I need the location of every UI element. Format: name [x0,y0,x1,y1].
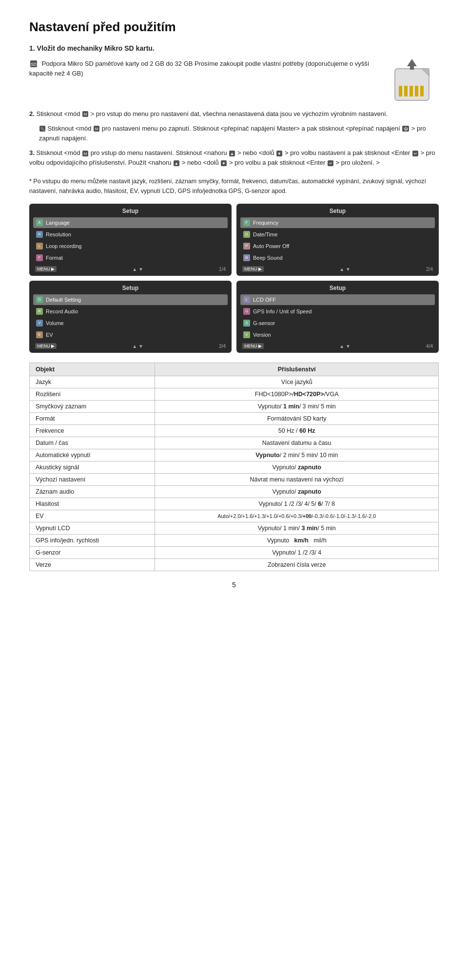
detail-vypnuti-lcd: Vypnuto/ 1 min/ 3 min/ 5 min [155,522,439,535]
table-row: Automatické vypnutí Vypnuto/ 2 min/ 5 mi… [30,449,439,461]
obj-ev: EV [30,510,155,522]
ev-icon: E [36,331,43,338]
obj-format: Formát [30,413,155,425]
table-row: Záznam audio Vypnuto/ zapnuto [30,486,439,498]
table-row: Verze Zobrazení čísla verze [30,559,439,571]
beep-icon: B [243,254,250,261]
screen4-nav-menu: MENU ▶ [242,343,264,349]
page-title: Nastavení před použitím [29,19,439,35]
sd-support-text: SD Podpora Mikro SD paměťové karty od 2 … [29,59,439,78]
step2-sub: 🔧 Stisknout <mód M pro nastavení menu po… [39,124,439,143]
screen3-item-4: E EV [33,329,228,340]
svg-text:▼: ▼ [222,161,226,166]
table-row: Datum / čas Nastavení datumu a času [30,437,439,449]
screen3-nav-menu: MENU ▶ [35,343,57,349]
obj-gps-info: GPS info/jedn. rychlosti [30,535,155,547]
obj-verze: Verze [30,559,155,571]
svg-text:M: M [84,152,87,156]
table-row: Hlasitost Vypnuto/ 1 /2 /3/ 4/ 5/ 6/ 7/ … [30,498,439,510]
screen2-item-2: D Date/Time [240,229,435,240]
obj-frekvence: Frekvence [30,425,155,437]
lcd-icon: L [243,296,250,303]
detail-autovypnuti: Vypnuto/ 2 min/ 5 min/ 10 min [155,449,439,461]
setup-screen-1: Setup A Language R Resolution L Loop rec… [29,204,232,276]
def-icon: D [36,296,43,303]
table-row: Jazyk Více jazyků [30,376,439,388]
screen2-item-1: F Frequency [240,217,435,228]
svg-text:↵: ↵ [413,152,417,156]
table-row: Vypnutí LCD Vypnuto/ 1 min/ 3 min/ 5 min [30,522,439,535]
fmt-icon: F [36,254,43,261]
screen1-item-4: F Format [33,252,228,263]
table-row: Výchozí nastavení Návrat menu nastavení … [30,474,439,486]
screen2-title: Setup [240,208,435,214]
ver-icon: V [243,331,250,338]
obj-rozliseni: Rozlišení [30,388,155,401]
obj-vypnuti-lcd: Vypnutí LCD [30,522,155,535]
obj-g-senzor: G-senzor [30,547,155,559]
note-text: * Po vstupu do menu můžete nastavit jazy… [29,178,426,194]
screen1-title: Setup [33,208,228,214]
step2-number: 2. [29,110,35,117]
detail-vychozi: Návrat menu nastavení na výchozí [155,474,439,486]
dt-icon: D [243,231,250,238]
step2-text: 2. Stisknout <mód M > pro vstup do menu … [29,109,439,119]
obj-hlasitost: Hlasitost [30,498,155,510]
screen4-item-1: L LCD OFF [240,294,435,305]
detail-format: Formátování SD karty [155,413,439,425]
screen3-item-2: R Record Audio [33,306,228,317]
setup-screen-4: Setup L LCD OFF G GPS Info / Unit of Spe… [236,281,439,353]
table-row: EV Auto/+2.0/+1.6/+1.3/+1.0/+0.6/+0.3/+0… [30,510,439,522]
lang-icon: A [36,219,43,226]
col2-header: Příslušenství [155,363,439,376]
svg-text:M: M [95,127,98,131]
table-body: Jazyk Více jazyků Rozlišení FHD<1080P>/H… [30,376,439,571]
page-number: 5 [29,581,439,589]
screen4-item-4: V Version [240,329,435,340]
detail-hlasitost: Vypnuto/ 1 /2 /3/ 4/ 5/ 6/ 7/ 8 [155,498,439,510]
screen4-item-2: G GPS Info / Unit of Speed [240,306,435,317]
gsen-icon: S [243,320,250,327]
screen1-item-2: R Resolution [33,229,228,240]
screen1-item-3: L Loop recording [33,241,228,251]
screen3-item-1: D Default Setting [33,294,228,305]
svg-text:SD: SD [31,62,37,67]
svg-text:⏻: ⏻ [404,127,408,131]
screen3-item-3: V Volume [33,318,228,328]
step3-text: 3. Stisknout <mód M pro vstup do menu na… [29,148,439,168]
svg-rect-3 [404,86,408,96]
col1-header: Objekt [30,363,155,376]
table-row: Akustický signál Vypnuto/ zapnuto [30,461,439,474]
setup-screen-3: Setup D Default Setting R Record Audio V… [29,281,232,353]
screen1-nav-menu: MENU ▶ [35,266,57,272]
table-row: Smyčkový záznam Vypnuto/ 1 min/ 3 min/ 5… [30,401,439,413]
detail-verze: Zobrazení čísla verze [155,559,439,571]
table-row: G-senzor Vypnuto/ 1 /2 /3/ 4 [30,547,439,559]
detail-g-senzor: Vypnuto/ 1 /2 /3/ 4 [155,547,439,559]
step1-text: 1. Vložit do mechaniky Mikro SD kartu. [29,43,439,54]
table-row: Rozlišení FHD<1080P>/HD<720P>/VGA [30,388,439,401]
svg-rect-8 [410,66,414,70]
screen3-nav: MENU ▶ ▲ ▼ 3/4 [33,343,228,349]
screen2-nav-menu: MENU ▶ [242,266,264,272]
svg-marker-7 [407,59,417,66]
sd-section: SD Podpora Mikro SD paměťové karty od 2 … [29,59,439,109]
screen1-nav: MENU ▶ ▲ ▼ 1/4 [33,266,228,272]
loop-icon: L [36,243,43,250]
screen4-item-3: S G-sensor [240,318,435,328]
obj-vychozi: Výchozí nastavení [30,474,155,486]
svg-text:▲: ▲ [175,161,178,166]
screen2-item-4: B Beep Sound [240,252,435,263]
obj-datum: Datum / čas [30,437,155,449]
svg-rect-5 [415,86,418,96]
setup-screen-2: Setup F Frequency D Date/Time P Auto Pow… [236,204,439,276]
spec-table: Objekt Příslušenství Jazyk Více jazyků R… [29,363,439,571]
sd-card-image [385,59,439,104]
obj-akusticky: Akustický signál [30,461,155,474]
screen1-item-1: A Language [33,217,228,228]
svg-rect-6 [420,86,424,96]
pwr-icon: P [243,243,250,250]
freq-icon: F [243,219,250,226]
screen4-title: Setup [240,285,435,291]
svg-text:↵: ↵ [329,161,332,166]
